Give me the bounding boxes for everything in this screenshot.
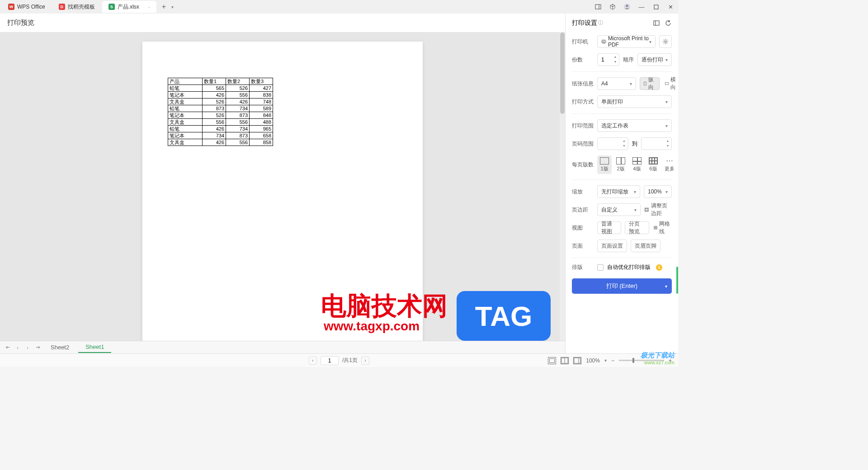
view-mode-1-button[interactable]: [548, 357, 556, 364]
avatar-icon[interactable]: [622, 2, 632, 12]
spin-up-icon[interactable]: ▲: [665, 139, 670, 144]
page-next-button[interactable]: ›: [361, 357, 369, 365]
svg-rect-5: [654, 21, 659, 25]
spin-down-icon[interactable]: ▼: [665, 144, 670, 149]
print-label: 打印 (Enter): [606, 282, 637, 290]
maximize-button[interactable]: [651, 2, 661, 12]
order-select[interactable]: 逐份打印 ▾: [637, 53, 672, 66]
gear-icon: [662, 38, 669, 45]
order-value: 逐份打印: [642, 56, 663, 64]
mode-select[interactable]: 单面打印 ▾: [597, 95, 672, 108]
sheet-tab-sheet1[interactable]: Sheet1: [78, 342, 111, 353]
zoom-slider-thumb[interactable]: [632, 358, 634, 363]
refresh-icon[interactable]: [665, 19, 672, 27]
scale-value: 无打印缩放: [601, 188, 628, 196]
margin-select[interactable]: 自定义 ▾: [597, 203, 641, 216]
adjust-margin-button[interactable]: 调整页边距: [644, 203, 672, 216]
svg-rect-11: [644, 82, 646, 85]
page-to-input[interactable]: ▲▼: [641, 137, 672, 150]
copies-input[interactable]: 1 ▲▼: [597, 53, 619, 66]
sheet-tab-sheet2[interactable]: Sheet2: [43, 342, 76, 352]
svg-rect-17: [574, 358, 580, 363]
sheet-next-button[interactable]: ›: [24, 343, 32, 352]
margin-value: 自定义: [601, 206, 618, 214]
view-mode-3-button[interactable]: [573, 357, 581, 364]
scale-pct-value: 100%: [648, 188, 662, 195]
tab-templates[interactable]: D 找稻壳模板: [52, 1, 101, 13]
zoom-in-button[interactable]: +: [669, 357, 672, 364]
table-cell: 526: [226, 85, 250, 92]
tab-bar: W WPS Office D 找稻壳模板 S 产品.xlsx · + ▾ — ✕: [0, 0, 678, 14]
vertical-scrollbar[interactable]: [560, 33, 565, 353]
cube-icon[interactable]: [608, 2, 618, 12]
view-paged-button[interactable]: 分页预览: [625, 221, 649, 234]
zoom-chevron-icon[interactable]: ▾: [604, 358, 607, 363]
page-label: 页面: [572, 242, 594, 250]
scale-select[interactable]: 无打印缩放 ▾: [597, 185, 640, 198]
table-cell: 427: [250, 85, 273, 92]
table-row: 铅笔873734589: [168, 105, 273, 112]
page-setup-button[interactable]: 页面设置: [597, 240, 627, 252]
table-header: 产品: [168, 78, 203, 85]
spreadsheet-icon: S: [108, 4, 115, 10]
sheet-last-button[interactable]: ⇥: [33, 343, 42, 352]
portrait-button[interactable]: 纵向: [640, 77, 660, 90]
sheet-prev-button[interactable]: ‹: [14, 343, 22, 352]
tab-label: WPS Office: [17, 4, 45, 10]
pps-4-button[interactable]: 4版: [630, 155, 644, 174]
table-row: 笔记本526873848: [168, 112, 273, 119]
pps-1-button[interactable]: 1版: [597, 155, 612, 174]
view-grid-button[interactable]: 网格线: [653, 221, 672, 234]
spin-down-icon[interactable]: ▼: [613, 60, 618, 65]
pps-more-button[interactable]: ⋯更多: [662, 155, 677, 174]
view-normal-button[interactable]: 普通视图: [597, 221, 621, 234]
paper-select[interactable]: A4 ▾: [597, 77, 636, 90]
printer-icon: [601, 38, 606, 45]
view-mode-2-button[interactable]: [561, 357, 569, 364]
spin-up-icon[interactable]: ▲: [622, 139, 627, 144]
page-from-input[interactable]: ▲▼: [597, 137, 628, 150]
sidebar-toggle-icon[interactable]: [593, 2, 603, 12]
minimize-button[interactable]: —: [637, 2, 646, 12]
chevron-down-icon[interactable]: ▾: [665, 284, 667, 289]
table-cell: 铅笔: [168, 105, 203, 112]
scale-pct-select[interactable]: 100% ▾: [644, 185, 672, 198]
panel-layout-icon[interactable]: [653, 19, 660, 27]
sheet-first-button[interactable]: ⇤: [4, 343, 12, 352]
printer-select[interactable]: Microsoft Print to PDF ▾: [597, 35, 656, 48]
zoom-label[interactable]: 100%: [586, 357, 600, 364]
copies-label: 份数: [572, 56, 594, 64]
svg-rect-14: [646, 209, 648, 211]
printer-settings-button[interactable]: [659, 35, 672, 48]
scrollbar-thumb[interactable]: [560, 33, 565, 114]
new-tab-button[interactable]: +: [157, 3, 170, 11]
table-cell: 笔记本: [168, 92, 203, 99]
pps-6-icon: [649, 157, 658, 164]
range-select[interactable]: 选定工作表 ▾: [597, 119, 672, 132]
auto-layout-checkbox[interactable]: [597, 264, 604, 271]
help-icon[interactable]: ⓘ: [598, 19, 603, 26]
table-cell: 556: [203, 119, 226, 126]
tab-wps-office[interactable]: W WPS Office: [2, 1, 52, 13]
spin-down-icon[interactable]: ▼: [622, 144, 627, 149]
table-row: 笔记本734873658: [168, 132, 273, 139]
range-value: 选定工作表: [601, 122, 628, 130]
landscape-button[interactable]: 横向: [663, 77, 678, 90]
table-cell: 文具盒: [168, 139, 203, 146]
page-prev-button[interactable]: ‹: [309, 357, 317, 365]
page-number-input[interactable]: [321, 356, 339, 365]
close-button[interactable]: ✕: [665, 2, 675, 12]
tab-current-file[interactable]: S 产品.xlsx ·: [102, 1, 156, 13]
zoom-out-button[interactable]: −: [611, 357, 614, 364]
table-cell: 858: [250, 139, 273, 146]
zoom-slider[interactable]: [619, 360, 664, 361]
table-cell: 589: [250, 105, 273, 112]
header-footer-button[interactable]: 页眉页脚: [631, 240, 660, 252]
table-cell: 文具盒: [168, 99, 203, 105]
print-button[interactable]: 打印 (Enter) ▾: [572, 278, 672, 294]
pps-2-button[interactable]: 2版: [613, 155, 628, 174]
spin-up-icon[interactable]: ▲: [613, 55, 618, 60]
grid-icon: [654, 225, 658, 230]
pps-6-button[interactable]: 6版: [646, 155, 660, 174]
tab-dropdown-button[interactable]: ▾: [171, 5, 174, 9]
